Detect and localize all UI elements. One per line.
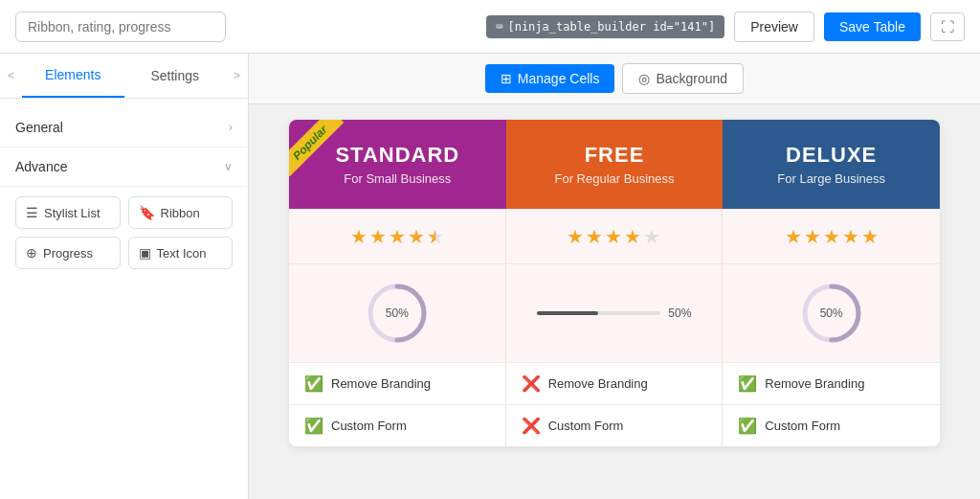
save-table-button[interactable]: Save Table xyxy=(824,12,921,41)
advance-label: Advance xyxy=(15,159,67,174)
ribbon-label: Ribbon xyxy=(161,206,200,220)
content-area: ⊞ Manage Cells ◎ Background Popular ST xyxy=(249,54,980,499)
ribbon-label: Popular xyxy=(289,120,344,176)
preview-button[interactable]: Preview xyxy=(734,11,814,42)
background-label: Background xyxy=(656,71,727,86)
shortcode-icon: ⌨ xyxy=(496,20,502,34)
sidebar-section-general[interactable]: General › xyxy=(0,108,248,147)
customform-standard: ✅ Custom Form xyxy=(289,405,506,446)
general-label: General xyxy=(15,120,63,135)
pricing-table: Popular STANDARD For Small Business FREE… xyxy=(289,120,940,446)
sidebar: < Elements Settings > General › Advance … xyxy=(0,54,249,499)
customform-free: ❌ Custom Form xyxy=(506,405,724,446)
manage-cells-icon: ⊞ xyxy=(501,71,512,86)
check-red-icon-branding-free: ❌ xyxy=(522,374,541,393)
check-green-icon-branding-std: ✅ xyxy=(304,374,323,393)
col-standard-header: Popular STANDARD For Small Business xyxy=(289,120,506,209)
free-title: FREE xyxy=(585,143,645,168)
star-d1: ★ xyxy=(785,225,802,248)
search-input[interactable] xyxy=(15,11,226,42)
star-2: ★ xyxy=(369,225,387,248)
header: ⌨ [ninja_table_builder id="141"] Preview… xyxy=(0,0,980,54)
check-red-icon-form-free: ❌ xyxy=(522,417,541,435)
star-1: ★ xyxy=(350,225,368,248)
sidebar-item-text-icon[interactable]: ▣ Text Icon xyxy=(128,237,234,269)
customform-deluxe-label: Custom Form xyxy=(765,419,840,433)
branding-free-label: Remove Branding xyxy=(548,376,648,391)
star-d4: ★ xyxy=(842,225,859,248)
progress-bar-track xyxy=(537,311,661,315)
sidebar-left-arrow[interactable]: < xyxy=(0,59,22,92)
manage-cells-label: Manage Cells xyxy=(518,71,600,86)
stars-deluxe: ★ ★ ★ ★ ★ xyxy=(723,210,940,263)
sidebar-content: General › Advance ∨ ☰ Stylist List 🔖 Rib… xyxy=(0,99,248,499)
text-icon-icon: ▣ xyxy=(139,245,151,261)
check-green-icon-branding-dlx: ✅ xyxy=(738,374,757,393)
sidebar-item-stylist-list[interactable]: ☰ Stylist List xyxy=(15,196,121,229)
standard-ribbon: Popular xyxy=(289,120,356,187)
standard-subtitle: For Small Business xyxy=(344,171,451,186)
manage-cells-button[interactable]: ⊞ Manage Cells xyxy=(485,64,615,93)
sidebar-item-progress[interactable]: ⊕ Progress xyxy=(15,237,121,269)
sidebar-tabs: < Elements Settings > xyxy=(0,54,248,99)
star-f2: ★ xyxy=(586,225,603,248)
progress-pct-deluxe: 50% xyxy=(820,306,843,320)
toolbar: ⊞ Manage Cells ◎ Background xyxy=(249,54,980,104)
shortcode-text: [ninja_table_builder id="141"] xyxy=(507,20,715,34)
progress-circle-deluxe: 50% xyxy=(798,280,865,347)
feature-row-customform: ✅ Custom Form ❌ Custom Form ✅ Custom For… xyxy=(289,404,940,446)
header-right: ⌨ [ninja_table_builder id="141"] Preview… xyxy=(486,11,965,42)
ribbon-icon: 🔖 xyxy=(139,205,155,220)
star-d2: ★ xyxy=(804,225,821,248)
progress-free: 50% xyxy=(506,264,724,362)
branding-deluxe-label: Remove Branding xyxy=(765,376,864,391)
sidebar-section-advance[interactable]: Advance ∨ xyxy=(0,147,248,187)
progress-bar-pct: 50% xyxy=(668,306,691,320)
sidebar-right-arrow[interactable]: > xyxy=(226,59,248,92)
tab-elements[interactable]: Elements xyxy=(22,54,123,98)
col-free-header: FREE For Regular Business xyxy=(506,120,724,209)
table-header-row: Popular STANDARD For Small Business FREE… xyxy=(289,120,940,209)
star-d5: ★ xyxy=(861,225,879,248)
stars-standard-display: ★ ★ ★ ★ ★ ★ xyxy=(350,225,444,248)
stars-row: ★ ★ ★ ★ ★ ★ ★ ★ xyxy=(289,209,940,263)
tab-settings[interactable]: Settings xyxy=(124,55,226,97)
stylist-list-label: Stylist List xyxy=(44,206,100,220)
progress-bar-fill xyxy=(537,311,599,315)
feature-row-branding: ✅ Remove Branding ❌ Remove Branding ✅ Re… xyxy=(289,362,940,404)
star-5: ★ ★ xyxy=(427,225,444,248)
star-4: ★ xyxy=(408,225,425,248)
progress-icon: ⊕ xyxy=(26,245,37,261)
progress-pct-standard: 50% xyxy=(386,306,409,320)
star-f3: ★ xyxy=(605,225,622,248)
star-d3: ★ xyxy=(823,225,840,248)
background-icon: ◎ xyxy=(638,71,650,86)
sidebar-item-ribbon[interactable]: 🔖 Ribbon xyxy=(128,196,234,229)
star-f4: ★ xyxy=(624,225,641,248)
background-button[interactable]: ◎ Background xyxy=(622,63,744,94)
table-area: Popular STANDARD For Small Business FREE… xyxy=(249,104,980,499)
stars-standard: ★ ★ ★ ★ ★ ★ xyxy=(289,210,506,263)
branding-free: ❌ Remove Branding xyxy=(506,363,724,404)
progress-circle-standard: 50% xyxy=(364,280,431,347)
customform-deluxe: ✅ Custom Form xyxy=(723,405,940,446)
shortcode-badge: ⌨ [ninja_table_builder id="141"] xyxy=(486,15,724,38)
deluxe-subtitle: For Large Business xyxy=(777,171,885,186)
general-arrow: › xyxy=(229,121,233,134)
branding-standard-label: Remove Branding xyxy=(331,376,431,391)
stars-deluxe-display: ★ ★ ★ ★ ★ xyxy=(785,225,879,248)
free-subtitle: For Regular Business xyxy=(554,171,674,186)
stars-free: ★ ★ ★ ★ ★ xyxy=(506,210,724,263)
progress-bar-free: 50% xyxy=(522,306,707,320)
check-green-icon-form-std: ✅ xyxy=(304,417,323,435)
expand-button[interactable]: ⛶ xyxy=(930,12,965,41)
star-3: ★ xyxy=(389,225,406,248)
star-f5: ★ xyxy=(643,225,660,248)
stars-free-display: ★ ★ ★ ★ ★ xyxy=(567,225,660,248)
progress-standard: 50% xyxy=(289,264,506,362)
deluxe-title: DELUXE xyxy=(786,143,877,168)
progress-deluxe: 50% xyxy=(723,264,940,362)
col-deluxe-header: DELUXE For Large Business xyxy=(723,120,940,209)
customform-free-label: Custom Form xyxy=(548,419,624,433)
branding-standard: ✅ Remove Branding xyxy=(289,363,506,404)
